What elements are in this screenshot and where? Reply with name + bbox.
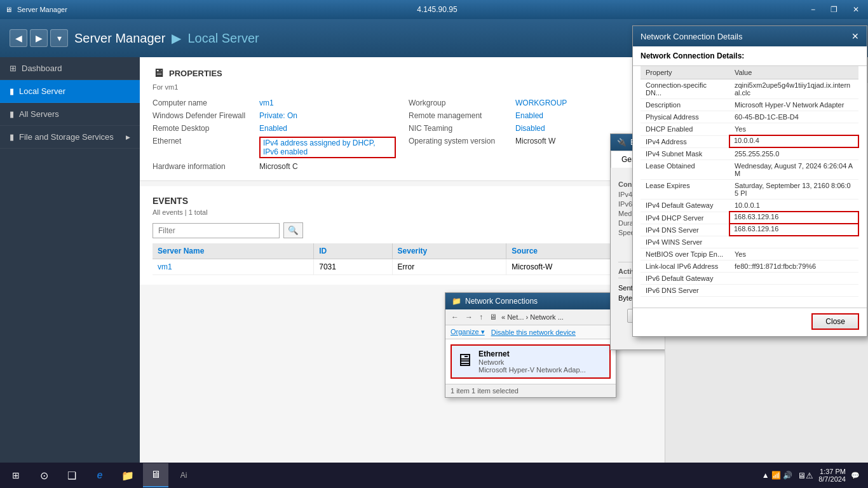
ncd-header: Network Connection Details: bbox=[633, 46, 867, 66]
ncd-title: Network Connection Details bbox=[641, 32, 742, 41]
nc-actions: Organize ▾ Disable this network device bbox=[445, 325, 616, 339]
nc-forward-btn[interactable]: → bbox=[463, 311, 475, 323]
sidebar-item-local-server[interactable]: ▮ Local Server bbox=[0, 80, 140, 103]
prop-value-os: Microsoft W bbox=[515, 137, 555, 158]
forward-button[interactable]: ▶ bbox=[30, 29, 48, 47]
ncd-property: IPv4 Default Gateway bbox=[641, 200, 729, 212]
title-bar: 🖥 Server Manager 4.145.90.95 − ❐ ✕ bbox=[0, 0, 868, 19]
ncd-value bbox=[729, 284, 858, 296]
ncd-property: IPv6 DNS Server bbox=[641, 284, 729, 296]
sidebar-label-file-storage: File and Storage Services bbox=[19, 132, 114, 142]
col-id[interactable]: ID bbox=[314, 243, 392, 259]
sidebar-item-all-servers[interactable]: ▮ All Servers bbox=[0, 103, 140, 126]
nc-adapter-icon: 🖥 bbox=[456, 349, 473, 370]
nc-title: Network Connections bbox=[465, 297, 538, 306]
prop-value-remote-mgmt[interactable]: Enabled bbox=[515, 111, 543, 120]
network-connections-popup: 📁 Network Connections ← → ↑ 🖥 « Net... ›… bbox=[445, 292, 616, 398]
prop-label-workgroup: Workgroup bbox=[409, 98, 510, 107]
explorer-button[interactable]: 📁 bbox=[115, 463, 140, 487]
ncd-property: IPv6 Default Gateway bbox=[641, 272, 729, 284]
sidebar: ⊞ Dashboard ▮ Local Server ▮ All Servers… bbox=[0, 57, 140, 488]
prop-row-computer-name: Computer name vm1 bbox=[153, 98, 396, 107]
ncd-value: fe80::ff91:871d:fbcb:79%6 bbox=[729, 260, 858, 272]
title-bar-app-name: Server Manager bbox=[17, 6, 67, 13]
back-button[interactable]: ◀ bbox=[10, 29, 27, 47]
title-bar-center: 4.145.90.95 bbox=[417, 5, 457, 14]
sidebar-label-local-server: Local Server bbox=[19, 86, 65, 96]
events-table: Server Name ID Severity Source vm1 7031 … bbox=[153, 243, 652, 275]
prop-value-nic-teaming[interactable]: Disabled bbox=[515, 124, 545, 133]
filter-input[interactable] bbox=[153, 223, 280, 238]
properties-header: 🖥 PROPERTIES bbox=[153, 67, 652, 80]
prop-label-firewall: Windows Defender Firewall bbox=[153, 111, 254, 120]
ncd-table: Property Value Connection-specific DN...… bbox=[641, 66, 859, 297]
prop-value-remote-desktop[interactable]: Enabled bbox=[259, 124, 287, 133]
start-button[interactable]: ⊞ bbox=[3, 463, 29, 487]
prop-value-ethernet[interactable]: IPv4 address assigned by DHCP, IPv6 enab… bbox=[259, 137, 396, 158]
ncd-value: Microsoft Hyper-V Network Adapter bbox=[729, 99, 858, 111]
ncd-scroll-area[interactable]: Property Value Connection-specific DN...… bbox=[633, 66, 867, 308]
ie-button[interactable]: e bbox=[87, 463, 112, 487]
prop-value-firewall[interactable]: Private: On bbox=[259, 111, 297, 120]
prop-value-computer-name[interactable]: vm1 bbox=[259, 98, 274, 107]
taskbar-clock[interactable]: 1:37 PM 8/7/2024 bbox=[818, 468, 846, 483]
col-server-name[interactable]: Server Name bbox=[153, 243, 314, 259]
prop-row-remote-desktop: Remote Desktop Enabled bbox=[153, 124, 396, 133]
table-row[interactable]: vm1 7031 Error Microsoft-W bbox=[153, 259, 652, 275]
nc-back-btn[interactable]: ← bbox=[449, 311, 461, 323]
events-subtitle: All events | 1 total bbox=[153, 208, 652, 216]
filter-button[interactable]: 🔍 bbox=[283, 222, 303, 238]
dropdown-button[interactable]: ▾ bbox=[50, 29, 68, 47]
prop-row-remote-mgmt: Remote management Enabled bbox=[409, 111, 652, 120]
ncd-footer: Close bbox=[633, 308, 867, 335]
close-button[interactable]: ✕ bbox=[849, 4, 863, 15]
restore-button[interactable]: ❐ bbox=[827, 4, 841, 15]
ncd-property: IPv4 WINS Server bbox=[641, 236, 729, 248]
nc-organize-btn[interactable]: Organize ▾ bbox=[451, 328, 485, 336]
task-view-button[interactable]: ❑ bbox=[59, 463, 85, 487]
ncd-value bbox=[729, 272, 858, 284]
nc-path: « Net... › Network ... bbox=[501, 313, 612, 321]
nc-up-btn[interactable]: ↑ bbox=[477, 311, 485, 323]
col-severity[interactable]: Severity bbox=[392, 243, 506, 259]
nc-adapter-item[interactable]: 🖥 Ethernet Network Microsoft Hyper-V Net… bbox=[451, 344, 611, 379]
sidebar-item-dashboard[interactable]: ⊞ Dashboard bbox=[0, 57, 140, 80]
ncd-property: Description bbox=[641, 99, 729, 111]
prop-label-remote-mgmt: Remote management bbox=[409, 111, 510, 120]
prop-row-hw: Hardware information Microsoft C bbox=[153, 162, 396, 171]
prop-row-ethernet: Ethernet IPv4 address assigned by DHCP, … bbox=[153, 137, 396, 158]
properties-grid: Computer name vm1 Workgroup WORKGROUP Wi… bbox=[153, 98, 652, 171]
file-storage-icon: ▮ bbox=[10, 132, 14, 142]
title-bar-controls: − ❐ ✕ bbox=[807, 4, 863, 15]
nc-content: 🖥 Ethernet Network Microsoft Hyper-V Net… bbox=[445, 339, 616, 384]
tray-icons: ▲ 📶 🔊 bbox=[762, 471, 793, 480]
prop-label-nic-teaming: NIC Teaming bbox=[409, 124, 510, 133]
cell-severity: Error bbox=[392, 259, 506, 275]
all-servers-icon: ▮ bbox=[10, 109, 14, 119]
ncd-property: DHCP Enabled bbox=[641, 123, 729, 136]
prop-value-workgroup[interactable]: WORKGROUP bbox=[515, 98, 567, 107]
nc-adapter-network: Network bbox=[478, 358, 586, 366]
nc-disable-btn[interactable]: Disable this network device bbox=[491, 329, 576, 336]
nc-adapter-desc: Microsoft Hyper-V Network Adap... bbox=[478, 366, 586, 374]
sidebar-item-file-storage[interactable]: ▮ File and Storage Services bbox=[0, 126, 140, 149]
server-manager-taskbar-button[interactable]: 🖥 bbox=[143, 463, 168, 487]
dashboard-icon: ⊞ bbox=[10, 64, 17, 73]
network-icon: 🖥⚠ bbox=[797, 471, 813, 480]
ncd-property: IPv4 Address bbox=[641, 135, 729, 147]
misc-button[interactable]: Ai bbox=[171, 463, 196, 487]
cell-server: vm1 bbox=[153, 259, 314, 275]
nav-buttons: ◀ ▶ ▾ bbox=[10, 29, 68, 47]
app-title: Server Manager bbox=[74, 31, 165, 46]
ncd-value: 255.255.255.0 bbox=[729, 147, 858, 160]
minimize-button[interactable]: − bbox=[807, 4, 819, 15]
main-content: 🖥 PROPERTIES For vm1 Computer name vm1 W… bbox=[140, 57, 665, 488]
date-display: 8/7/2024 bbox=[818, 475, 846, 483]
notification-button[interactable]: 💬 bbox=[851, 471, 860, 480]
ncd-close-x[interactable]: ✕ bbox=[851, 31, 859, 41]
ncd-property: NetBIOS over Tcpip En... bbox=[641, 248, 729, 260]
ncd-close-button[interactable]: Close bbox=[811, 313, 859, 330]
ncd-property: Connection-specific DN... bbox=[641, 79, 729, 99]
cell-id: 7031 bbox=[314, 259, 392, 275]
search-button[interactable]: ⊙ bbox=[31, 463, 57, 487]
